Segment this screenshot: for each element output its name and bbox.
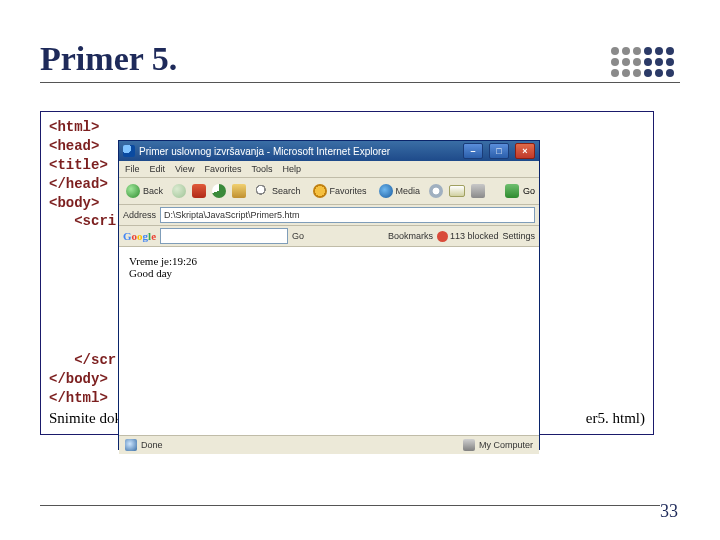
save-note-tail: er5. html) (586, 408, 645, 428)
google-search-input[interactable] (160, 228, 288, 244)
search-icon (255, 184, 269, 198)
history-icon[interactable] (429, 184, 443, 198)
back-icon (126, 184, 140, 198)
page-content: Vreme je:19:26 Good day (119, 247, 539, 435)
status-bar: Done My Computer (119, 435, 539, 454)
title-underline (40, 82, 680, 83)
code-line: <html> (49, 119, 99, 135)
google-go[interactable]: Go (292, 231, 304, 241)
my-computer-icon (463, 439, 475, 451)
menu-help[interactable]: Help (282, 164, 301, 174)
ie-icon (123, 145, 135, 157)
mail-icon[interactable] (449, 185, 465, 197)
footer-rule (40, 505, 660, 506)
media-icon (379, 184, 393, 198)
bookmarks-button[interactable]: Bookmarks (388, 231, 433, 241)
code-line: </head> (49, 176, 108, 192)
zone-text: My Computer (479, 440, 533, 450)
favorites-label: Favorites (330, 186, 367, 196)
back-button[interactable]: Back (123, 182, 166, 200)
menubar: File Edit View Favorites Tools Help (119, 161, 539, 178)
code-line: <title> (49, 157, 108, 173)
close-button[interactable]: × (515, 143, 535, 159)
popup-blocked-icon (437, 231, 448, 242)
address-value: D:\Skripta\JavaScript\Primer5.htm (164, 210, 300, 220)
menu-edit[interactable]: Edit (150, 164, 166, 174)
window-title: Primer uslovnog izvršavanja - Microsoft … (139, 146, 457, 157)
content-line-1: Vreme je:19:26 (129, 255, 529, 267)
titlebar: Primer uslovnog izvršavanja - Microsoft … (119, 141, 539, 161)
code-indent (49, 213, 74, 229)
home-icon[interactable] (232, 184, 246, 198)
content-line-2: Good day (129, 267, 529, 279)
code-line: <body> (49, 195, 99, 211)
toolbar: Back Search Favorites Media (119, 178, 539, 205)
code-indent (49, 352, 74, 368)
stop-icon[interactable] (192, 184, 206, 198)
popup-blocker-button[interactable]: 113 blocked (437, 231, 499, 242)
code-line: <scri (74, 213, 116, 229)
code-line: </html> (49, 390, 108, 406)
star-icon (313, 184, 327, 198)
media-label: Media (396, 186, 421, 196)
status-text: Done (141, 440, 163, 450)
code-line: </scr (74, 352, 116, 368)
maximize-button[interactable]: □ (489, 143, 509, 159)
done-icon (125, 439, 137, 451)
refresh-icon[interactable] (212, 184, 226, 198)
media-button[interactable]: Media (376, 182, 424, 200)
back-label: Back (143, 186, 163, 196)
code-line: </body> (49, 371, 108, 387)
print-icon[interactable] (471, 184, 485, 198)
address-input[interactable]: D:\Skripta\JavaScript\Primer5.htm (160, 207, 535, 223)
address-label: Address (123, 210, 156, 220)
decorative-dot-grid (611, 47, 674, 77)
menu-file[interactable]: File (125, 164, 140, 174)
favorites-button[interactable]: Favorites (310, 182, 370, 200)
search-label: Search (272, 186, 301, 196)
code-line: <head> (49, 138, 99, 154)
address-bar: Address D:\Skripta\JavaScript\Primer5.ht… (119, 205, 539, 226)
go-icon (505, 184, 519, 198)
menu-favorites[interactable]: Favorites (204, 164, 241, 174)
search-button[interactable]: Search (252, 182, 304, 200)
menu-view[interactable]: View (175, 164, 194, 174)
forward-icon[interactable] (172, 184, 186, 198)
google-logo: Google (123, 230, 156, 242)
bookmarks-label: Bookmarks (388, 231, 433, 241)
slide-title: Primer 5. (40, 40, 177, 78)
menu-tools[interactable]: Tools (251, 164, 272, 174)
go-label: Go (523, 186, 535, 196)
settings-button[interactable]: Settings (502, 231, 535, 241)
page-number: 33 (660, 501, 678, 522)
minimize-button[interactable]: – (463, 143, 483, 159)
ie-window: Primer uslovnog izvršavanja - Microsoft … (118, 140, 540, 450)
popup-count: 113 blocked (450, 231, 499, 241)
save-note: Snimite dok (49, 408, 122, 428)
google-toolbar: Google Go Bookmarks 113 blocked Settings (119, 226, 539, 247)
